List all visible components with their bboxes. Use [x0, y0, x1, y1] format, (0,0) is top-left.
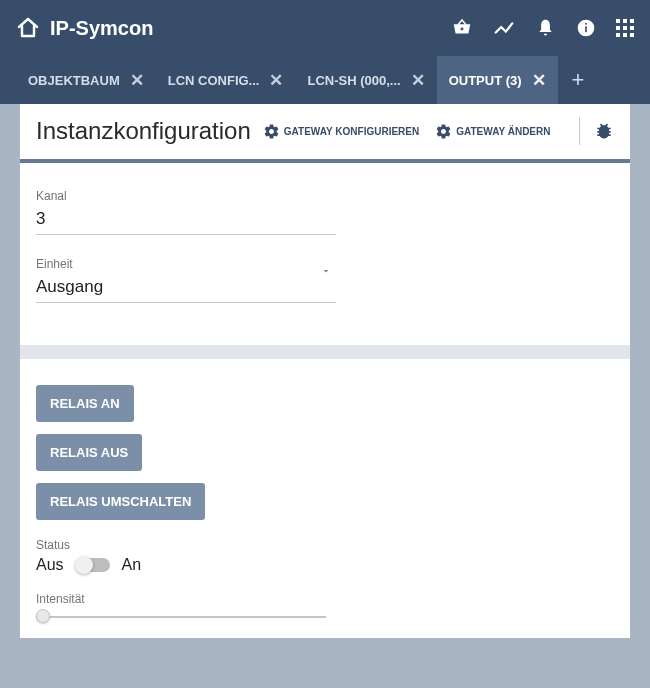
tab-label: OBJEKTBAUM	[28, 73, 120, 88]
status-off-text: Aus	[36, 556, 64, 574]
panel-header: Instanzkonfiguration GATEWAY KONFIGURIER…	[20, 104, 630, 163]
svg-rect-2	[585, 26, 587, 32]
panel-links: GATEWAY KONFIGURIEREN GATEWAY ÄNDERN	[263, 123, 551, 140]
link-label: GATEWAY ÄNDERN	[456, 126, 550, 137]
app-header: IP-Symcon	[0, 0, 650, 56]
gear-icon	[263, 123, 280, 140]
header-left: IP-Symcon	[16, 16, 153, 40]
svg-point-0	[461, 27, 464, 30]
kanal-field: Kanal	[36, 189, 336, 235]
close-icon[interactable]: ✕	[130, 72, 144, 89]
tab-label: OUTPUT (3)	[449, 73, 522, 88]
intensitaet-slider[interactable]	[36, 616, 326, 618]
form-fields: Kanal Einheit	[20, 163, 630, 345]
actions-section: RELAIS AN RELAIS AUS RELAIS UMSCHALTEN S…	[20, 359, 630, 638]
tab-lcn-sh[interactable]: LCN-SH (000,... ✕	[295, 56, 436, 104]
field-label: Kanal	[36, 189, 336, 203]
einheit-select[interactable]	[36, 274, 336, 303]
svg-rect-4	[616, 19, 620, 23]
chart-icon[interactable]	[493, 17, 515, 39]
header-right	[451, 17, 634, 39]
tab-bar: OBJEKTBAUM ✕ LCN CONFIG... ✕ LCN-SH (000…	[0, 56, 650, 104]
info-icon[interactable]	[576, 18, 596, 38]
link-label: GATEWAY KONFIGURIEREN	[284, 126, 419, 137]
status-on-text: An	[122, 556, 142, 574]
close-icon[interactable]: ✕	[411, 72, 425, 89]
svg-rect-12	[630, 33, 634, 37]
close-icon[interactable]: ✕	[269, 72, 283, 89]
apps-icon[interactable]	[616, 19, 634, 37]
slider-knob	[36, 609, 50, 623]
kanal-input[interactable]	[36, 206, 336, 235]
home-icon[interactable]	[16, 16, 40, 40]
bug-icon[interactable]	[594, 121, 614, 141]
status-toggle[interactable]	[76, 558, 110, 572]
svg-rect-5	[623, 19, 627, 23]
app-title: IP-Symcon	[50, 17, 153, 40]
status-row: Aus An	[36, 556, 614, 574]
gateway-change-link[interactable]: GATEWAY ÄNDERN	[435, 123, 550, 140]
svg-rect-10	[616, 33, 620, 37]
relais-an-button[interactable]: RELAIS AN	[36, 385, 134, 422]
slider-label: Intensität	[36, 592, 614, 606]
status-label: Status	[36, 538, 614, 552]
svg-rect-6	[630, 19, 634, 23]
bell-icon[interactable]	[535, 18, 556, 39]
relais-aus-button[interactable]: RELAIS AUS	[36, 434, 142, 471]
tab-output[interactable]: OUTPUT (3) ✕	[437, 56, 558, 104]
section-divider	[20, 345, 630, 359]
relais-umschalten-button[interactable]: RELAIS UMSCHALTEN	[36, 483, 205, 520]
einheit-field: Einheit	[36, 257, 336, 303]
svg-rect-3	[585, 23, 587, 25]
intensitaet-field: Intensität	[36, 592, 614, 618]
tab-lcn-config[interactable]: LCN CONFIG... ✕	[156, 56, 296, 104]
panel-right	[579, 117, 614, 145]
svg-rect-11	[623, 33, 627, 37]
svg-rect-9	[630, 26, 634, 30]
field-label: Einheit	[36, 257, 336, 271]
panel-title: Instanzkonfiguration	[36, 117, 251, 145]
add-tab-button[interactable]: +	[558, 56, 599, 104]
tab-objektbaum[interactable]: OBJEKTBAUM ✕	[16, 56, 156, 104]
content-area: Instanzkonfiguration GATEWAY KONFIGURIER…	[0, 104, 650, 688]
basket-icon[interactable]	[451, 17, 473, 39]
close-icon[interactable]: ✕	[532, 72, 546, 89]
gear-icon	[435, 123, 452, 140]
config-panel: Instanzkonfiguration GATEWAY KONFIGURIER…	[20, 104, 630, 638]
toggle-knob	[75, 556, 93, 574]
svg-rect-8	[623, 26, 627, 30]
tab-label: LCN CONFIG...	[168, 73, 260, 88]
gateway-configure-link[interactable]: GATEWAY KONFIGURIEREN	[263, 123, 419, 140]
tab-label: LCN-SH (000,...	[307, 73, 400, 88]
divider	[579, 117, 580, 145]
svg-rect-7	[616, 26, 620, 30]
